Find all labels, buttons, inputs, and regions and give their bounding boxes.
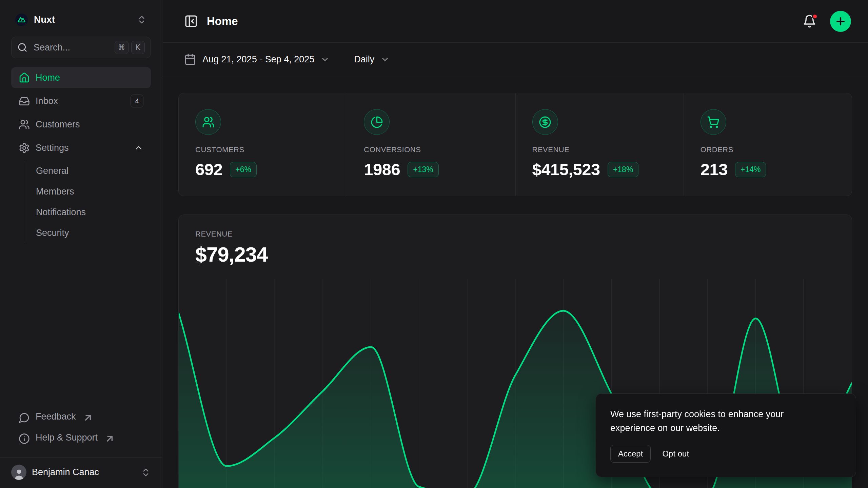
interval-value: Daily [354, 54, 374, 65]
stat-card-orders[interactable]: ORDERS 213 +14% [684, 93, 852, 196]
nuxt-logo-icon [15, 14, 28, 26]
calendar-icon [184, 53, 196, 65]
help-support-link[interactable]: Help & Support [11, 428, 151, 449]
workspace-name: Nuxt [34, 14, 55, 25]
cookie-banner: We use first-party cookies to enhance yo… [596, 393, 856, 477]
link-label: Help & Support [36, 432, 98, 443]
chat-bubble-icon [19, 412, 30, 423]
date-range-picker[interactable]: Aug 21, 2025 - Sep 4, 2025 [184, 53, 330, 65]
sidebar-item-security[interactable]: Security [25, 223, 151, 243]
search-shortcut: ⌘ K [115, 41, 145, 54]
info-circle-icon [19, 433, 30, 444]
search-input[interactable]: Search... ⌘ K [11, 37, 151, 58]
kbd-k: K [131, 41, 145, 54]
stat-delta-badge: +18% [608, 162, 638, 177]
chevron-down-icon [320, 55, 330, 64]
sidebar-item-label: Customers [36, 119, 80, 130]
link-label: Feedback [36, 411, 76, 422]
sidebar-item-label: Settings [36, 143, 69, 153]
shopping-cart-icon [701, 109, 726, 135]
revenue-panel-value: $79,234 [195, 243, 835, 266]
sidebar-item-members[interactable]: Members [25, 181, 151, 202]
stat-card-customers[interactable]: CUSTOMERS 692 +6% [179, 93, 347, 196]
sidebar-collapse-icon[interactable] [184, 14, 198, 28]
stat-value: $415,523 [532, 160, 600, 179]
inbox-count-badge: 4 [131, 95, 143, 107]
sidebar-item-settings[interactable]: Settings [11, 137, 151, 158]
sidebar-nav: Home Inbox 4 Customers Settings General … [11, 67, 151, 245]
date-range-value: Aug 21, 2025 - Sep 4, 2025 [202, 54, 314, 65]
home-icon [19, 72, 30, 83]
page-title: Home [207, 15, 238, 28]
chevrons-up-down-icon [141, 467, 151, 477]
kbd-meta: ⌘ [115, 41, 129, 54]
sidebar-item-label: Home [36, 73, 60, 83]
stat-delta-badge: +6% [230, 162, 257, 177]
users-icon [19, 119, 30, 130]
header-actions [803, 11, 851, 32]
stat-delta-badge: +13% [408, 162, 438, 177]
add-button[interactable] [830, 11, 851, 32]
stat-label: CUSTOMERS [195, 145, 330, 154]
sidebar-item-notifications[interactable]: Notifications [25, 202, 151, 223]
revenue-panel-label: REVENUE [195, 230, 835, 239]
stat-value: 1986 [364, 160, 400, 179]
pie-chart-icon [364, 109, 390, 135]
notification-dot [812, 14, 818, 19]
stat-delta-badge: +14% [735, 162, 766, 177]
sidebar-footer: Feedback Help & Support [11, 407, 151, 454]
filters-toolbar: Aug 21, 2025 - Sep 4, 2025 Daily [162, 43, 868, 76]
sidebar-item-inbox[interactable]: Inbox 4 [11, 90, 151, 111]
search-placeholder: Search... [34, 42, 70, 53]
user-menu[interactable]: Benjamin Canac [0, 458, 162, 488]
sidebar-item-customers[interactable]: Customers [11, 114, 151, 135]
workspace-switcher[interactable]: Nuxt [11, 9, 151, 30]
stat-label: REVENUE [532, 145, 667, 154]
stat-label: CONVERSIONS [364, 145, 498, 154]
inbox-icon [19, 96, 30, 107]
accept-cookies-button[interactable]: Accept [610, 445, 651, 463]
dollar-circle-icon [532, 109, 558, 135]
sidebar-item-general[interactable]: General [25, 161, 151, 181]
external-link-icon [82, 412, 94, 423]
gear-icon [19, 142, 30, 154]
interval-select[interactable]: Daily [354, 54, 390, 65]
user-name: Benjamin Canac [32, 467, 99, 477]
chevron-down-icon [380, 55, 390, 64]
sidebar-item-home[interactable]: Home [11, 67, 151, 88]
opt-out-button[interactable]: Opt out [662, 449, 689, 459]
external-link-icon [104, 433, 115, 444]
cookie-message: We use first-party cookies to enhance yo… [610, 407, 821, 435]
settings-sub-list: General Members Notifications Security [25, 161, 151, 243]
avatar [11, 465, 26, 480]
users-icon [195, 109, 221, 135]
feedback-link[interactable]: Feedback [11, 407, 151, 428]
stat-card-revenue[interactable]: REVENUE $415,523 +18% [515, 93, 684, 196]
header: Home [162, 0, 868, 43]
notifications-button[interactable] [803, 14, 816, 28]
stat-label: ORDERS [701, 145, 835, 154]
stat-value: 692 [195, 160, 222, 179]
sidebar-item-label: Inbox [36, 96, 58, 106]
chevrons-up-down-icon [137, 15, 147, 25]
stats-row: CUSTOMERS 692 +6% CONVERSIONS 1986 +13% [178, 93, 852, 196]
plus-icon [835, 16, 846, 27]
stat-value: 213 [701, 160, 728, 179]
chevron-up-icon [134, 143, 143, 152]
sidebar: Nuxt Search... ⌘ K Home Inbox 4 Customer… [0, 0, 162, 488]
stat-card-conversions[interactable]: CONVERSIONS 1986 +13% [347, 93, 515, 196]
search-icon [17, 42, 27, 53]
